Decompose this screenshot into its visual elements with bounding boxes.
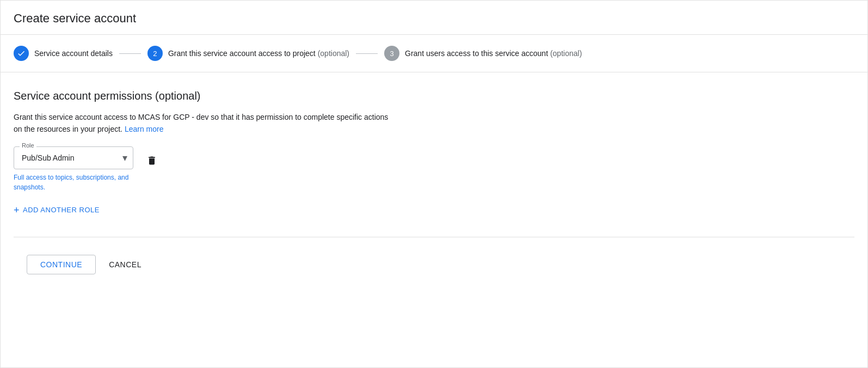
role-select[interactable]: Pub/Sub Admin Pub/Sub Editor Pub/Sub Pub… <box>14 147 133 169</box>
step-3-optional: (optional) <box>550 49 582 58</box>
step-2-optional: (optional) <box>318 49 349 58</box>
learn-more-link[interactable]: Learn more <box>125 125 164 133</box>
continue-button[interactable]: CONTINUE <box>27 255 96 274</box>
content-area: Service account permissions (optional) G… <box>1 72 867 305</box>
page-container: Create service account Service account d… <box>0 0 868 368</box>
step-3-label: Grant users access to this service accou… <box>405 49 582 58</box>
page-title: Create service account <box>14 11 854 26</box>
section-title: Service account permissions (optional) <box>14 90 854 102</box>
cancel-button[interactable]: CANCEL <box>96 255 155 274</box>
page-header: Create service account <box>1 1 867 35</box>
trash-icon <box>146 155 157 166</box>
add-role-label: ADD ANOTHER ROLE <box>23 206 100 214</box>
role-field-group: Role Pub/Sub Admin Pub/Sub Editor Pub/Su… <box>14 146 133 192</box>
step-3-circle: 3 <box>384 46 399 61</box>
step-2-circle: 2 <box>147 46 163 61</box>
step-1-circle <box>14 46 29 61</box>
role-description-text: Full access to topics, subscriptions, an… <box>14 173 133 192</box>
step-3: 3 Grant users access to this service acc… <box>384 46 582 61</box>
step-1-label: Service account details <box>34 49 113 58</box>
delete-role-button[interactable] <box>142 151 162 170</box>
step-2: 2 Grant this service account access to p… <box>147 46 349 61</box>
step-separator-1 <box>119 53 141 54</box>
description-text: Grant this service account access to MCA… <box>14 113 388 133</box>
step-2-label: Grant this service account access to pro… <box>168 49 349 58</box>
checkmark-icon <box>17 49 26 58</box>
footer-actions: CONTINUE CANCEL <box>14 237 854 287</box>
step-1: Service account details <box>14 46 113 61</box>
plus-icon: + <box>14 205 20 215</box>
step-2-number: 2 <box>153 50 157 58</box>
section-description: Grant this service account access to MCA… <box>14 111 395 136</box>
role-select-wrapper: Role Pub/Sub Admin Pub/Sub Editor Pub/Su… <box>14 146 133 169</box>
step-3-number: 3 <box>390 50 393 58</box>
stepper: Service account details 2 Grant this ser… <box>1 35 867 72</box>
role-floating-label: Role <box>20 142 36 149</box>
add-another-role-button[interactable]: + ADD ANOTHER ROLE <box>14 201 100 219</box>
role-row: Role Pub/Sub Admin Pub/Sub Editor Pub/Su… <box>14 146 854 192</box>
step-separator-2 <box>356 53 378 54</box>
